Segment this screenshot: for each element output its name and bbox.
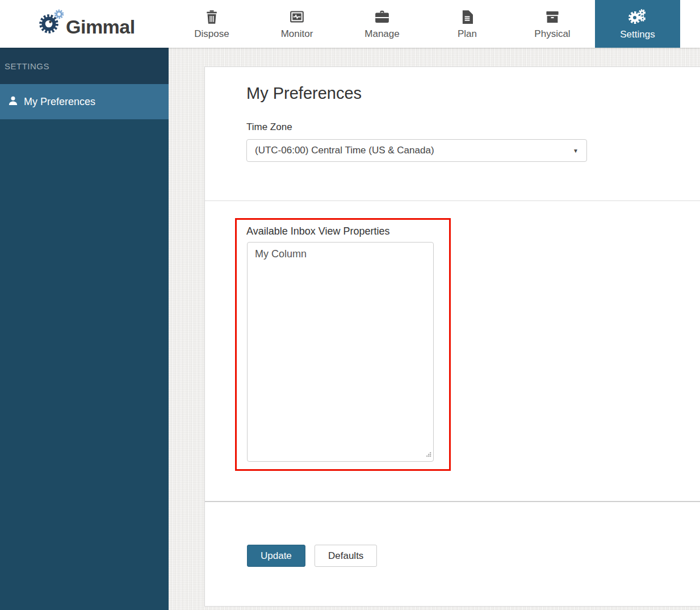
sidebar-item-my-preferences[interactable]: My Preferences	[0, 84, 169, 119]
timezone-label: Time Zone	[246, 122, 292, 133]
nav-tab-monitor[interactable]: Monitor	[254, 0, 339, 48]
section-divider	[205, 200, 700, 201]
page-title: My Preferences	[246, 84, 362, 103]
inbox-properties-listbox[interactable]: My Column	[247, 242, 434, 462]
gimmal-gears-icon	[36, 7, 69, 39]
chevron-down-icon: ▼	[573, 148, 579, 154]
sidebar-heading: SETTINGS	[0, 48, 169, 84]
timezone-select[interactable]: (UTC-06:00) Central Time (US & Canada) ▼	[246, 139, 587, 162]
gimmal-logo-text: Gimmal	[66, 16, 135, 38]
nav-label-physical: Physical	[534, 28, 570, 40]
top-navbar: Gimmal Dispose	[0, 0, 700, 48]
gears-icon	[627, 8, 648, 26]
nav-label-monitor: Monitor	[281, 28, 313, 40]
gimmal-logo[interactable]: Gimmal	[36, 7, 135, 39]
preferences-panel: My Preferences Time Zone (UTC-06:00) Cen…	[204, 66, 700, 607]
trash-icon	[203, 9, 220, 26]
nav-label-plan: Plan	[458, 28, 477, 40]
inbox-properties-label: Available Inbox View Properties	[246, 225, 389, 237]
monitor-pulse-icon	[288, 9, 305, 26]
settings-sidebar: SETTINGS My Preferences	[0, 48, 169, 610]
nav-tab-plan[interactable]: Plan	[425, 0, 510, 48]
red-annotation-box: Available Inbox View Properties My Colum…	[235, 218, 451, 471]
timezone-selected-value: (UTC-06:00) Central Time (US & Canada)	[255, 145, 573, 156]
nav-tab-dispose[interactable]: Dispose	[169, 0, 254, 48]
defaults-button[interactable]: Defaults	[315, 545, 377, 567]
archive-box-icon	[544, 9, 561, 26]
briefcase-icon	[374, 9, 391, 26]
nav-tab-physical[interactable]: Physical	[510, 0, 595, 48]
update-button[interactable]: Update	[247, 545, 305, 567]
document-icon	[459, 9, 476, 26]
nav-tab-settings[interactable]: Settings	[595, 0, 680, 48]
nav-label-dispose: Dispose	[194, 28, 229, 40]
primary-nav: Dispose Monitor	[169, 0, 680, 48]
sidebar-item-label: My Preferences	[24, 96, 95, 108]
nav-label-manage: Manage	[364, 28, 399, 40]
resize-grip-icon[interactable]	[426, 450, 432, 460]
nav-label-settings: Settings	[620, 29, 655, 40]
list-item[interactable]: My Column	[248, 243, 433, 266]
nav-tab-manage[interactable]: Manage	[339, 0, 425, 48]
app-window: Gimmal Dispose	[0, 0, 700, 610]
section-divider	[205, 501, 700, 502]
user-icon	[7, 95, 24, 109]
